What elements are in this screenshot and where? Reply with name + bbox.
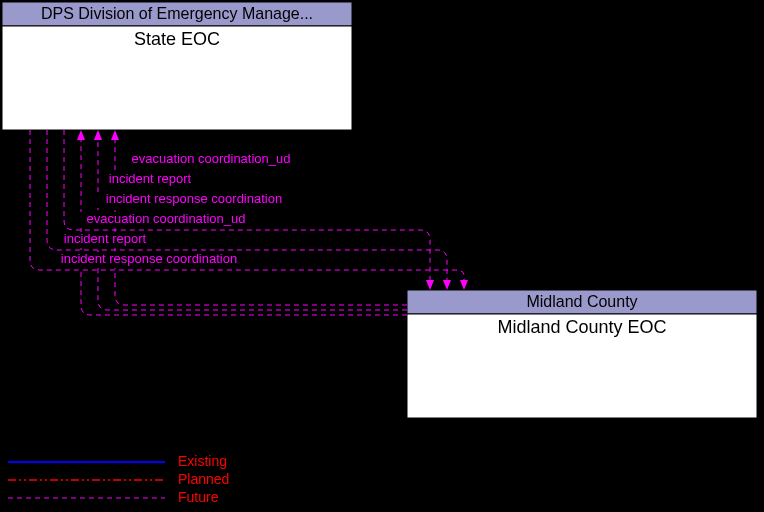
node-midland-county-eoc: Midland County Midland County EOC: [407, 290, 757, 418]
svg-marker-4: [111, 130, 119, 140]
node-state-eoc-header: DPS Division of Emergency Manage...: [41, 5, 313, 22]
node-state-eoc: DPS Division of Emergency Manage... Stat…: [2, 2, 352, 130]
legend-future-label: Future: [178, 489, 219, 505]
node-midland-county-eoc-header: Midland County: [526, 293, 637, 310]
flow-label: evacuation coordination_ud: [131, 151, 290, 166]
node-state-eoc-body: State EOC: [134, 29, 220, 49]
node-midland-county-eoc-body: Midland County EOC: [497, 317, 666, 337]
architecture-diagram: DPS Division of Emergency Manage... Stat…: [0, 0, 764, 512]
legend-existing-label: Existing: [178, 453, 227, 469]
legend-planned-label: Planned: [178, 471, 229, 487]
flow-label: incident response coordination: [61, 251, 237, 266]
svg-marker-12: [443, 280, 451, 290]
flow-label: incident report: [64, 231, 147, 246]
flow-label: evacuation coordination_ud: [86, 211, 245, 226]
legend: Existing Planned Future: [8, 453, 229, 505]
svg-marker-8: [77, 130, 85, 140]
flow-label: incident response coordination: [106, 191, 282, 206]
svg-marker-6: [94, 130, 102, 140]
svg-marker-14: [460, 280, 468, 290]
svg-marker-10: [426, 280, 434, 290]
flow-label: incident report: [109, 171, 192, 186]
